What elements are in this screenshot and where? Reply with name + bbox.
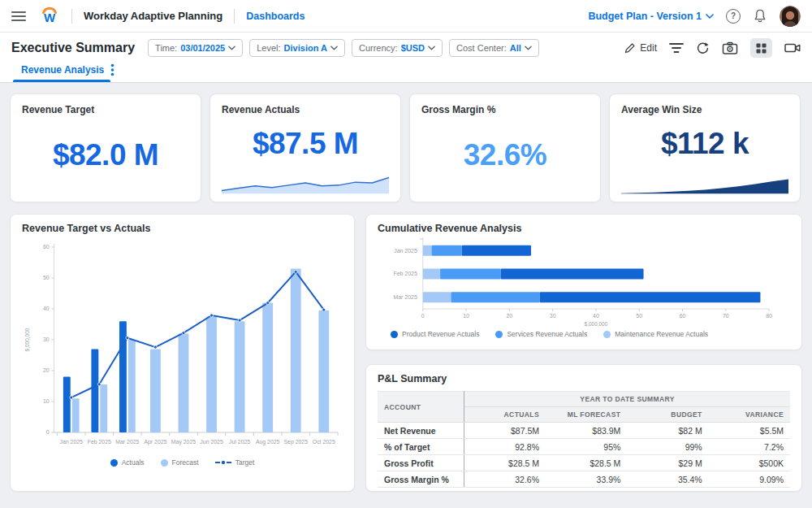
workday-logo: W [39, 4, 60, 28]
active-tab-underline [13, 80, 110, 82]
legend-item[interactable]: Maintenance Revenue Actuals [603, 330, 708, 338]
stacked-bar-segment [423, 292, 451, 302]
user-avatar[interactable] [780, 6, 801, 27]
nav-dashboards[interactable]: Dashboards [246, 11, 304, 22]
filter-funnel-icon[interactable] [669, 41, 684, 54]
value-cell: $5.5M [709, 423, 790, 439]
legend-item[interactable]: Actuals [110, 458, 145, 467]
svg-text:60: 60 [43, 244, 50, 250]
svg-text:60: 60 [680, 313, 686, 319]
svg-text:W: W [44, 11, 56, 24]
account-name-cell: Gross Profit [378, 455, 464, 471]
refresh-icon[interactable] [696, 41, 710, 55]
svg-text:30: 30 [43, 336, 50, 342]
legend-item[interactable]: Forecast [161, 458, 199, 467]
version-selector-label: Budget Plan - Version 1 [588, 11, 702, 22]
svg-text:Apr 2025: Apr 2025 [144, 439, 166, 445]
kpi-title: Average Win Size [621, 104, 788, 115]
account-name-cell: Net Revenue [378, 423, 464, 439]
chevron-down-icon [706, 14, 714, 19]
kpi-card-revenue-target: Revenue Target $82.0 M [10, 93, 201, 202]
revenue-target-vs-actuals-chart: 0102030405060$,000,000Jan 2025Feb 2025Ma… [22, 237, 343, 458]
svg-text:Aug 2025: Aug 2025 [256, 439, 280, 445]
menu-icon[interactable] [11, 11, 26, 21]
bar-forecast [72, 398, 80, 432]
bar-actuals [63, 377, 71, 432]
stacked-bar-segment [540, 292, 761, 302]
svg-text:50: 50 [636, 313, 642, 319]
legend-item[interactable]: Services Revenue Actuals [495, 330, 587, 338]
bar-forecast [318, 310, 329, 432]
help-icon[interactable]: ? [726, 9, 741, 24]
stacked-bar-segment [462, 245, 531, 256]
value-cell: 99% [627, 439, 708, 455]
snapshot-camera-icon[interactable] [722, 41, 738, 55]
legend-item[interactable]: Target [215, 458, 255, 467]
svg-text:Jan 2025: Jan 2025 [394, 248, 417, 254]
filter-pill-currency[interactable]: Currency:$USD [352, 39, 443, 57]
dash-dot-marker [215, 458, 231, 467]
chart-legend: Product Revenue ActualsServices Revenue … [378, 330, 790, 338]
filter-pill-costcenter[interactable]: Cost Center:All [449, 39, 539, 57]
tab-kebab-menu-icon[interactable] [110, 63, 114, 76]
filter-bar: Time:03/01/2025Level:Division ACurrency:… [148, 39, 539, 57]
col-header-account: ACCOUNT [378, 392, 464, 423]
legend-item[interactable]: Product Revenue Actuals [391, 330, 479, 338]
stacked-bar-segment [440, 269, 501, 280]
legend-dot [161, 459, 168, 467]
kpi-card-average-win-size: Average Win Size $112 k [609, 93, 801, 202]
svg-text:10: 10 [43, 398, 50, 404]
grid-view-icon[interactable] [750, 38, 772, 58]
chart-title: Cumulative Revenue Analysis [378, 223, 790, 234]
bar-forecast [150, 349, 161, 432]
svg-text:80: 80 [766, 313, 772, 319]
svg-text:30: 30 [550, 313, 556, 319]
filter-value: Division A [284, 43, 327, 53]
svg-text:Sep 2025: Sep 2025 [283, 439, 308, 445]
edit-button[interactable]: Edit [624, 42, 657, 54]
dashboard-content: Revenue Target $82.0 M Revenue Actuals $… [0, 83, 812, 492]
svg-text:70: 70 [723, 313, 729, 319]
col-header: VARIANCE [709, 407, 790, 423]
divider [234, 9, 235, 24]
pnl-table-row: Gross Margin %32.6%33.9%35.4%9.09% [378, 471, 790, 488]
filter-label: Currency: [359, 43, 398, 53]
legend-dot [495, 331, 503, 338]
kpi-card-gross-margin: Gross Margin % 32.6% [409, 93, 601, 202]
tab-revenue-analysis[interactable]: Revenue Analysis [11, 63, 114, 76]
value-cell: $28.5 M [464, 455, 546, 471]
svg-text:20: 20 [506, 313, 512, 319]
chart-legend: ActualsForecastTarget [22, 458, 343, 467]
filter-label: Level: [257, 43, 280, 53]
divider [71, 9, 72, 24]
value-cell: 33.9% [546, 471, 627, 488]
svg-text:Mar 2025: Mar 2025 [393, 294, 417, 300]
svg-text:May 2025: May 2025 [171, 439, 196, 445]
chevron-down-icon [330, 46, 338, 50]
filter-label: Time: [155, 43, 177, 53]
present-video-icon[interactable] [784, 41, 801, 54]
edit-label: Edit [640, 42, 657, 54]
app-header: W Workday Adaptive Planning Dashboards B… [0, 0, 812, 33]
legend-label: Target [235, 458, 255, 467]
filter-pill-time[interactable]: Time:03/01/2025 [148, 39, 243, 57]
stacked-bar-segment [423, 269, 440, 280]
value-cell: 32.6% [464, 471, 546, 488]
account-name-cell: % of Target [378, 439, 464, 455]
notifications-bell-icon[interactable] [753, 8, 767, 24]
dashboard-tabs: Revenue Analysis [0, 63, 812, 83]
filter-pill-level[interactable]: Level:Division A [249, 39, 345, 57]
svg-text:Jan 2025: Jan 2025 [60, 439, 84, 445]
col-header: BUDGET [627, 407, 708, 423]
version-selector[interactable]: Budget Plan - Version 1 [588, 11, 714, 22]
legend-label: Actuals [122, 458, 145, 467]
legend-label: Forecast [172, 458, 199, 467]
value-cell: $83.9M [546, 423, 627, 439]
value-cell: $500K [709, 455, 790, 471]
kpi-title: Gross Margin % [421, 104, 589, 115]
page-title: Executive Summary [11, 41, 135, 55]
bar-actuals [119, 321, 127, 432]
value-cell: 9.09% [709, 471, 790, 488]
average-win-size-sparkline [621, 172, 788, 195]
bar-forecast [291, 269, 301, 432]
